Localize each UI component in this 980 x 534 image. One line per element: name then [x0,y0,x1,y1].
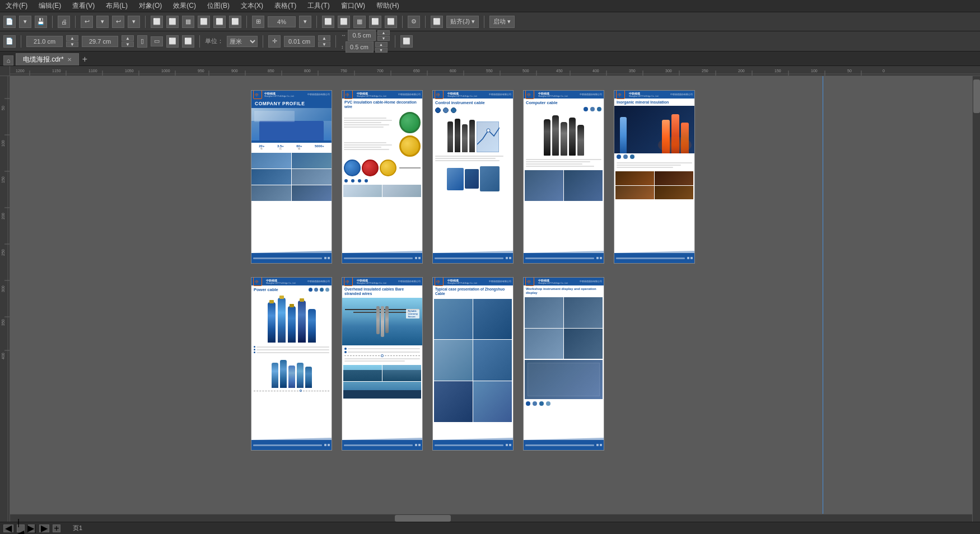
height-down[interactable]: ▼ [122,41,134,47]
workshop-title: Workshop instrument display and operatio… [526,287,601,295]
red-coil [362,160,379,176]
menu-window[interactable]: 窗口(W) [339,0,367,12]
menu-table[interactable]: 表格(T) [272,0,298,12]
undo-arrow[interactable]: ▾ [96,16,109,28]
more-icon[interactable]: ⬜ [385,16,397,28]
poster-pvc-cable[interactable]: 中 中联线缆 Shanghai LUIT Full-Edge Co., Ltd.… [342,90,423,264]
view-grid-icon[interactable]: ▦ [182,16,194,28]
view-full-icon[interactable]: ⬜ [151,16,163,28]
cable-box2 [465,169,479,189]
print-icon[interactable]: 🖨 [58,16,70,28]
control-cables [433,114,513,153]
poster-computer-cable[interactable]: 中 中联线缆 Shanghai LUIT Full-Edge Co., Ltd.… [523,90,604,264]
menu-file[interactable]: 文件(F) [3,0,30,12]
page-size-icon[interactable]: ⬜ [166,35,179,48]
menu-text[interactable]: 文本(X) [239,0,265,12]
bottom-accent [342,246,422,253]
view-full2-icon[interactable]: ⬜ [213,16,226,28]
height-input[interactable]: 29.7 cm [82,36,118,47]
offset-down[interactable]: ▼ [318,41,330,47]
page-add-icon[interactable]: + [53,524,60,532]
spec-section [524,157,604,169]
open-icon[interactable]: ▾ [19,16,31,28]
import-icon[interactable]: ⬜ [322,16,334,28]
portrait-icon[interactable]: ▯ [137,35,147,48]
view-fit-icon[interactable]: ⬜ [198,16,210,28]
height-up[interactable]: ▲ [122,35,134,41]
home-icon[interactable]: ⌂ [3,55,13,65]
transform-icon[interactable]: ⬜ [400,35,413,48]
export-icon[interactable]: ⬜ [338,16,350,28]
page-prev-icon[interactable]: ◀ [3,524,13,532]
ruler-vertical: 50 100 150 200 250 300 350 400 [0,76,10,524]
y-up[interactable]: ▲ [375,42,388,47]
poster-company-profile[interactable]: 中 中联线缆 Shanghai LUIT Full-Edge Co., Ltd.… [251,90,332,264]
snap-button[interactable]: 贴齐(J) ▾ [446,16,479,28]
width-input[interactable]: 21.0 cm [26,36,63,47]
menu-view[interactable]: 查看(V) [70,0,97,12]
zoom-input[interactable]: 4% [268,16,296,27]
x-up[interactable]: ▲ [377,30,390,35]
menu-bitmap[interactable]: 位图(B) [205,0,232,12]
offset-input[interactable]: 0.01 cm [284,36,315,47]
obj-icon[interactable]: 📄 [3,35,16,48]
x-offset-input[interactable]: 0.5 cm [348,30,376,41]
snap-icon[interactable]: ⊞ [252,16,264,28]
snap-label: 贴齐(J) [450,17,470,26]
tab-add-button[interactable]: + [79,53,91,65]
icon3 [451,107,456,113]
poster-typical-case[interactable]: 中 中联线缆 Shanghai LUIT Full-Edge Co., Ltd.… [432,277,514,451]
scrollbar-vertical[interactable] [972,76,980,522]
scrollbar-thumb-h[interactable] [395,515,451,522]
tab-close-icon[interactable]: ✕ [67,57,72,63]
offset-up[interactable]: ▲ [318,35,330,41]
poster-control-cable[interactable]: 中 中联线缆 Shanghai LUIT Full-Edge Co., Ltd.… [432,90,514,264]
menu-arrange[interactable]: 对象(O) [137,0,164,12]
tab-dianlan[interactable]: 电缆海报.cdr* ✕ [16,53,79,65]
canvas-area[interactable]: 中 中联线缆 Shanghai LUIT Full-Edge Co., Ltd.… [10,76,980,522]
poster-overhead-cable[interactable]: 中 中联线缆 Shanghai LUIT Full-Edge Co., Ltd.… [342,277,423,451]
menu-effects[interactable]: 效果(C) [171,0,198,12]
width-down[interactable]: ▼ [66,41,78,47]
lock-icon[interactable]: ⬜ [431,16,443,28]
page-last-icon[interactable]: ▶| [28,524,36,532]
undo-icon[interactable]: ↩ [81,16,93,28]
page-first-icon[interactable]: |◀ [17,524,25,532]
page-layout-icon[interactable]: ⬜ [182,35,194,48]
computer-title: Computer cable [526,100,601,105]
y-offset-input[interactable]: 0.5 cm [346,41,374,53]
header-right: 中联线缆股份有限公司 [307,93,330,96]
menu-layout[interactable]: 布局(L) [104,0,130,12]
page-next-icon[interactable]: ▶ [39,524,49,532]
y-down[interactable]: ▼ [375,48,388,53]
menu-tools[interactable]: 工具(T) [305,0,332,12]
poster-mineral-insulation[interactable]: 中 中联线缆 Shanghai LUIT Full-Edge Co., Ltd.… [614,90,695,264]
redo-arrow[interactable]: ▾ [128,16,140,28]
coord-icon[interactable]: ✛ [268,35,281,48]
width-up[interactable]: ▲ [66,35,78,41]
redo-icon[interactable]: ↩ [112,16,124,28]
header-right: 中联线缆股份有限公司 [580,93,602,96]
small-c4 [297,363,304,388]
poster-footer [433,253,513,263]
svg-text:600: 600 [450,69,456,73]
landscape-icon[interactable]: ▭ [151,36,163,46]
save-icon[interactable]: 💾 [35,16,47,28]
scrollbar-horizontal[interactable] [10,514,972,522]
grid-icon[interactable]: ▦ [353,16,366,28]
start-button[interactable]: 启动 ▾ [489,16,515,28]
new-doc-icon[interactable]: 📄 [3,16,16,28]
sep8 [484,16,484,28]
poster-power-cable[interactable]: 中 中联线缆 Shanghai LUIT Full-Edge Co., Ltd.… [251,277,332,451]
unit-select[interactable]: 厘米 [227,36,258,47]
x-down[interactable]: ▼ [377,36,390,41]
scrollbar-thumb-v[interactable] [973,79,980,113]
snap-settings-icon[interactable]: ⚙ [408,16,420,28]
menu-help[interactable]: 帮助(H) [374,0,402,12]
view-zoom-icon[interactable]: ⬜ [166,16,179,28]
poster-workshop[interactable]: 中 中联线缆 Shanghai LUIT Full-Edge Co., Ltd.… [523,277,604,451]
view-3-icon[interactable]: ⬜ [229,16,241,28]
align-icon[interactable]: ⬜ [369,16,381,28]
menu-edit[interactable]: 编辑(E) [36,0,63,12]
zoom-arrow[interactable]: ▾ [299,16,311,28]
